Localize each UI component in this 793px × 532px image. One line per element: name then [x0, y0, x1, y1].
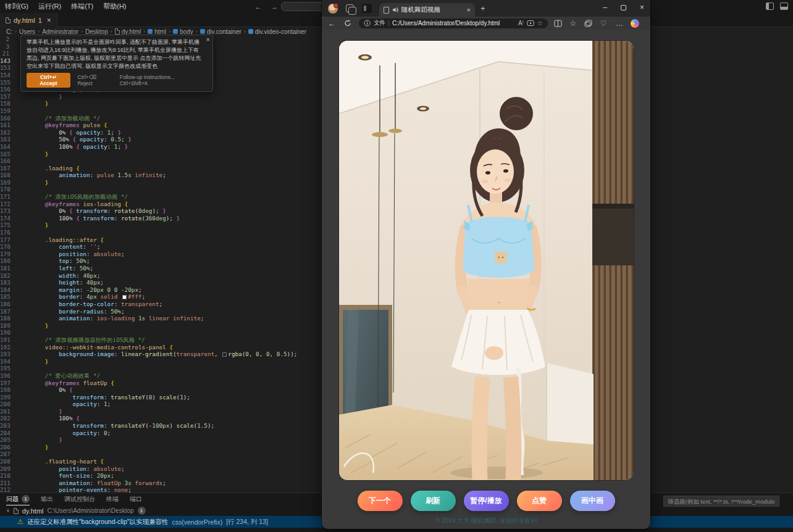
- vertical-tabs-icon[interactable]: [362, 4, 372, 13]
- line-number: 169: [0, 179, 17, 186]
- code-text: }: [17, 93, 62, 101]
- breadcrumb-separator: ›: [111, 28, 112, 35]
- browser-essentials-icon[interactable]: ♡: [598, 19, 608, 28]
- nav-forward-icon[interactable]: →: [271, 2, 278, 11]
- line-number: 186: [0, 301, 17, 308]
- maximize-icon[interactable]: [621, 5, 626, 10]
- workspaces-icon[interactable]: [346, 4, 354, 12]
- panel-tab-问题[interactable]: 问题1: [6, 493, 30, 505]
- line-number: 143: [0, 57, 17, 65]
- menubar-item[interactable]: 转到(G): [0, 2, 33, 10]
- code-text: left: 50%;: [17, 265, 93, 272]
- panel-tab-调试控制台[interactable]: 调试控制台: [64, 493, 95, 505]
- warning-icon: ⚠: [17, 518, 23, 526]
- line-number: 194: [0, 358, 17, 365]
- breadcrumb-item[interactable]: div.container: [200, 28, 241, 35]
- breadcrumb-label: body: [180, 28, 193, 35]
- panel-tab-输出[interactable]: 输出: [41, 493, 53, 505]
- accept-button[interactable]: Ctrl+↵ Accept: [27, 73, 70, 88]
- breadcrumb-item[interactable]: div.video-container: [248, 28, 306, 35]
- breadcrumb-label: Users: [19, 28, 35, 35]
- panel-tab-label: 端口: [130, 495, 142, 504]
- new-tab-button[interactable]: +: [480, 4, 485, 13]
- pause-play-button[interactable]: 暂停/播放: [464, 491, 509, 511]
- address-bar[interactable]: 文件 C:/Users/Administrator/Desktop/dy.htm…: [359, 19, 548, 28]
- like-button[interactable]: 点赞: [517, 491, 562, 511]
- line-number: 166: [0, 157, 17, 165]
- collections-icon[interactable]: [584, 20, 592, 27]
- code-text: /* 爱心动画效果 */: [17, 372, 100, 380]
- breadcrumb-item[interactable]: C:: [6, 28, 12, 35]
- copilot-icon[interactable]: [631, 19, 639, 28]
- video-controls: 下一个刷新暂停/播放点赞画中画: [322, 491, 650, 511]
- file-icon: [115, 28, 120, 35]
- breadcrumb-item[interactable]: html: [148, 28, 166, 35]
- next-button[interactable]: 下一个: [358, 491, 403, 511]
- info-icon[interactable]: [364, 20, 371, 27]
- video-enhance-icon[interactable]: [527, 20, 534, 27]
- breadcrumb-item[interactable]: dy.html: [115, 28, 141, 35]
- breadcrumb-label: dy.html: [122, 28, 141, 35]
- breadcrumb-separator: ›: [169, 28, 170, 35]
- line-number: 156: [0, 86, 17, 93]
- panel-tab-label: 终端: [106, 495, 119, 504]
- minimize-icon[interactable]: –: [603, 2, 607, 13]
- close-icon[interactable]: ×: [640, 2, 644, 13]
- browser-tab[interactable]: 随机舞蹈视频 ×: [379, 3, 475, 17]
- breadcrumb-item[interactable]: body: [173, 28, 193, 35]
- line-number: 207: [0, 451, 17, 458]
- settings-more-icon[interactable]: …: [615, 19, 624, 28]
- refresh-icon[interactable]: [343, 19, 353, 27]
- menubar-item[interactable]: 帮助(H): [98, 2, 131, 10]
- warning-source: css(vendorPrefix): [172, 518, 222, 526]
- tab-close-icon[interactable]: ×: [467, 6, 471, 14]
- toggle-sidebar-icon[interactable]: [766, 2, 774, 10]
- toggle-panel-icon[interactable]: [780, 2, 788, 10]
- url-text[interactable]: C:/Users/Administrator/Desktop/dy.html: [392, 20, 515, 27]
- followup-instructions[interactable]: Follow-up instructions... Ctrl+Shift+K: [120, 74, 204, 86]
- problems-filter-input[interactable]: [663, 496, 779, 507]
- tab-audio-icon[interactable]: [392, 7, 398, 13]
- refresh-button[interactable]: 刷新: [411, 491, 456, 511]
- url-scheme-label: 文件: [374, 19, 385, 27]
- line-number: 163: [0, 136, 17, 143]
- favorites-hub-icon[interactable]: ☆: [568, 19, 578, 28]
- line-number: 171: [0, 193, 17, 201]
- code-text: .loading {: [17, 165, 80, 172]
- panel-tab-badge: 1: [22, 495, 30, 503]
- breadcrumb-item[interactable]: Desktop: [85, 28, 108, 35]
- pip-button[interactable]: 画中画: [570, 491, 615, 511]
- profile-avatar[interactable]: [328, 4, 338, 14]
- nav-back-icon[interactable]: ←: [254, 2, 262, 11]
- breadcrumb-separator: ›: [143, 28, 145, 35]
- popup-close-icon[interactable]: ×: [206, 36, 210, 43]
- tab-dy-html[interactable]: dy.html 1 ×: [0, 13, 57, 27]
- back-icon[interactable]: ←: [327, 19, 337, 28]
- read-aloud-icon[interactable]: A⁾: [518, 20, 524, 27]
- tab-close-icon[interactable]: ×: [47, 16, 51, 25]
- problems-count-badge: 1: [138, 507, 146, 515]
- menubar-item[interactable]: 运行(R): [33, 2, 66, 10]
- code-text: 0% { opacity: 1; }: [17, 129, 121, 136]
- code-text: animation: ios-loading 1s linear infinit…: [17, 315, 204, 322]
- code-text: animation: pulse 1.5s infinite;: [17, 172, 166, 179]
- inline-chat-popup: × 苹果手机上播放显示的不是全面屏咋回事, 适配不了曲面屏, 苹果手机播放自动进…: [20, 35, 213, 92]
- reject-button[interactable]: Ctrl+⌫ Reject: [78, 74, 112, 86]
- breadcrumb-item[interactable]: Administrator: [42, 28, 78, 35]
- code-text: border-radius: 50%;: [17, 308, 125, 315]
- code-text: position: absolute;: [17, 251, 125, 258]
- line-number: 212: [0, 486, 17, 493]
- breadcrumb-label: C:: [6, 28, 12, 35]
- video-container[interactable]: [339, 41, 634, 480]
- breadcrumb-item[interactable]: Users: [19, 28, 35, 35]
- panel-tab-终端[interactable]: 终端: [106, 493, 119, 505]
- breadcrumb-separator: ›: [38, 28, 40, 35]
- line-number: 200: [0, 401, 17, 408]
- code-text: 50% { opacity: 0.5; }: [17, 136, 132, 143]
- panel-tab-端口[interactable]: 端口: [130, 493, 142, 505]
- menubar-item[interactable]: 终端(T): [66, 2, 98, 10]
- code-text: video::-webkit-media-controls-panel {: [17, 344, 173, 351]
- video-content[interactable]: [339, 41, 634, 480]
- favorite-star-icon[interactable]: ☆: [537, 20, 543, 27]
- split-screen-icon[interactable]: [554, 20, 562, 27]
